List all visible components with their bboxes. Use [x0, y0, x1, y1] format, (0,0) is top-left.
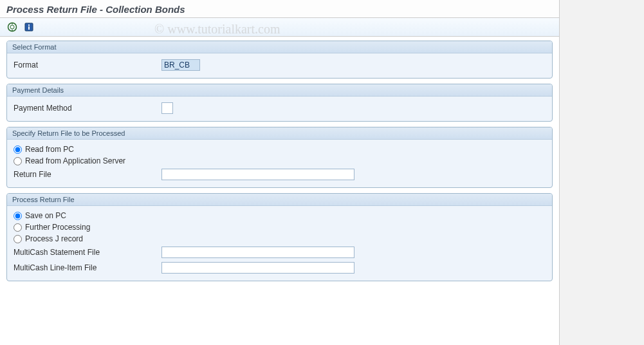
row-return-file: Return File	[14, 167, 546, 182]
title-bar: Process Return File - Collection Bonds	[0, 0, 559, 18]
label-read-pc: Read from PC	[25, 145, 74, 154]
label-line-file: MultiCash Line-Item File	[14, 263, 161, 272]
row-payment-method: Payment Method	[14, 100, 546, 116]
format-input[interactable]	[161, 59, 200, 71]
label-save-pc: Save on PC	[25, 211, 66, 220]
label-stmt-file: MultiCash Statement File	[14, 248, 161, 257]
line-file-input[interactable]	[161, 262, 354, 274]
row-read-server[interactable]: Read from Application Server	[14, 155, 546, 167]
group-payment-details: Payment Details Payment Method	[6, 84, 553, 122]
label-further: Further Processing	[25, 223, 90, 232]
row-read-pc[interactable]: Read from PC	[14, 144, 546, 155]
label-read-server: Read from Application Server	[25, 156, 125, 165]
return-file-input[interactable]	[161, 169, 354, 180]
row-line-file: MultiCash Line-Item File	[14, 260, 546, 275]
content-area: Select Format Format Payment Details Pay…	[0, 37, 559, 290]
row-format: Format	[14, 57, 546, 73]
label-jrecord: Process J record	[25, 234, 83, 243]
row-save-pc[interactable]: Save on PC	[14, 210, 546, 221]
label-format: Format	[14, 61, 161, 70]
app-shell: Process Return File - Collection Bonds S…	[0, 0, 560, 345]
row-stmt-file: MultiCash Statement File	[14, 245, 546, 260]
group-body-return-file: Read from PC Read from Application Serve…	[7, 140, 552, 187]
execute-icon	[7, 22, 17, 32]
group-body-payment-details: Payment Method	[7, 97, 552, 121]
row-jrecord[interactable]: Process J record	[14, 233, 546, 245]
group-header-select-format: Select Format	[7, 41, 552, 53]
radio-save-pc[interactable]	[14, 212, 22, 220]
payment-method-input[interactable]	[161, 102, 173, 114]
group-header-process-return: Process Return File	[7, 194, 552, 206]
group-select-format: Select Format Format	[6, 41, 553, 79]
svg-point-1	[10, 25, 14, 29]
stmt-file-input[interactable]	[161, 247, 354, 258]
group-header-payment-details: Payment Details	[7, 84, 552, 97]
svg-rect-5	[28, 24, 30, 26]
group-return-file: Specify Return File to be Processed Read…	[6, 127, 553, 188]
label-return-file: Return File	[14, 170, 161, 179]
radio-further[interactable]	[14, 223, 22, 232]
group-header-return-file: Specify Return File to be Processed	[7, 127, 552, 140]
radio-read-server[interactable]	[14, 157, 22, 165]
toolbar	[0, 18, 559, 37]
page-title: Process Return File - Collection Bonds	[6, 4, 553, 15]
row-further[interactable]: Further Processing	[14, 221, 546, 233]
label-payment-method: Payment Method	[14, 104, 161, 113]
info-icon	[24, 23, 33, 32]
group-body-process-return: Save on PC Further Processing Process J …	[7, 206, 552, 281]
group-process-return: Process Return File Save on PC Further P…	[6, 193, 553, 281]
execute-button[interactable]	[5, 21, 19, 33]
radio-read-pc[interactable]	[14, 145, 22, 154]
info-button[interactable]	[22, 21, 36, 33]
radio-jrecord[interactable]	[14, 235, 22, 243]
group-body-select-format: Format	[7, 53, 552, 78]
svg-rect-6	[28, 26, 30, 30]
